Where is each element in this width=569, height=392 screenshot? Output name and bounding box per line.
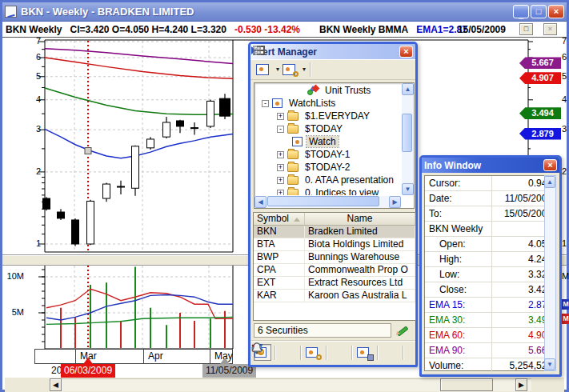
toolbar-separator	[377, 346, 379, 360]
price-flag-badge: 4.907	[519, 72, 561, 84]
tree-item-label: WatchLists	[287, 98, 338, 109]
tree-expander-icon[interactable]: +	[277, 190, 284, 196]
info-label: Close:	[425, 282, 492, 297]
photo-search-icon[interactable]	[305, 344, 323, 361]
hscroll-thumb[interactable]	[440, 378, 493, 391]
price-tick-label-right: 1	[562, 238, 569, 248]
clock-search-icon[interactable]	[279, 344, 297, 361]
table-row[interactable]: BKNBradken Limited	[254, 226, 415, 238]
tree-item-label: 0. Indices to view	[303, 187, 381, 195]
alert-manager-bottom-toolbar	[250, 341, 415, 363]
info-window-close-button[interactable]: ×	[543, 159, 557, 171]
toolbar-separator	[274, 346, 276, 360]
table-row[interactable]: KARKaroon Gas Australia L	[254, 290, 415, 302]
tree-item-watch[interactable]: Watch	[255, 135, 401, 148]
tree-vscrollbar[interactable]: ▲ ▼	[402, 83, 414, 195]
volume-tick-label: 5M	[6, 307, 24, 317]
tree-item--today-1[interactable]: +$TODAY-1	[255, 148, 401, 161]
table-row[interactable]: EXTExtract Resources Ltd	[254, 277, 415, 290]
info-row: Date:11/05/2009	[425, 191, 555, 206]
chart-hscrollbar[interactable]: ◀ ▶	[5, 378, 564, 392]
tree-expander-icon[interactable]: +	[277, 177, 284, 184]
alert-manager-titlebar[interactable]: Alert Manager ×	[250, 44, 415, 59]
table-row[interactable]: BTABiota Holdings Limited	[254, 238, 415, 251]
edit-list-button[interactable]	[395, 322, 415, 338]
tree-scroll-down-arrow[interactable]: ▼	[402, 183, 414, 195]
tree-item-0-indices-to-view[interactable]: +0. Indices to view	[255, 186, 401, 195]
price-flag-badge: 3.494	[519, 107, 561, 119]
info-vscrollbar[interactable]: ▲ ▼	[544, 175, 556, 371]
folder-icon	[287, 150, 299, 159]
photo-list-icon[interactable]	[255, 61, 273, 78]
dropdown-arrow-icon[interactable]: ▾	[303, 66, 306, 73]
toolbar-separator	[403, 346, 404, 360]
filmstrip-icon[interactable]	[355, 61, 373, 78]
tree-vscroll-thumb[interactable]	[402, 114, 412, 152]
name-cell: Bunnings Warehouse	[305, 251, 415, 263]
tree-item-0-ataa-presentation[interactable]: +0. ATAA presentation	[255, 174, 401, 186]
securities-count-status: 6 Securities	[254, 323, 391, 338]
tree-item-unit-trusts[interactable]: Unit Trusts	[255, 84, 401, 97]
tree-item--today-2[interactable]: +$TODAY-2	[255, 161, 401, 174]
tree-expander-icon[interactable]: -	[262, 100, 269, 107]
name-column-header[interactable]: Name	[305, 213, 415, 225]
info-row: Volume:5,254,525	[425, 358, 555, 374]
price-tick-label-right: 2	[562, 166, 569, 176]
info-label: Open:	[425, 237, 492, 251]
folder-icon	[287, 163, 299, 172]
tree-expander-icon[interactable]: +	[277, 164, 284, 171]
tree-expander-icon[interactable]: -	[277, 126, 284, 133]
photo-search-icon[interactable]	[282, 61, 299, 78]
tree-scroll-left-arrow[interactable]: ◀	[254, 196, 266, 208]
tree-item--1-everyday[interactable]: +$1.EVERYDAY	[255, 110, 401, 122]
tree-rows: Unit Trusts-WatchLists+$1.EVERYDAY-$TODA…	[255, 84, 401, 195]
cursor-date-marker[interactable]	[83, 358, 93, 364]
hscroll-left-arrow[interactable]: ◀	[50, 378, 62, 391]
photo-save-icon[interactable]	[356, 344, 374, 361]
price-tick-label: 5	[23, 71, 41, 81]
info-row: EMA 90:5.667	[425, 343, 555, 358]
tree-item-label: $1.EVERYDAY	[303, 110, 372, 122]
tree-scroll-right-arrow[interactable]: ▶	[389, 196, 401, 208]
info-row: EMA 60:4.907	[425, 328, 555, 343]
play-filmstrip-icon[interactable]	[315, 61, 333, 78]
info-window-titlebar[interactable]: Info Window ×	[422, 158, 559, 173]
symbol-column-header[interactable]: Symbol	[254, 213, 305, 225]
photo-list-icon[interactable]	[254, 344, 271, 361]
info-window: Info Window × Cursor:0.948Date:11/05/200…	[419, 155, 562, 377]
dropdown-arrow-icon[interactable]: ▾	[276, 66, 279, 73]
end-date-marker[interactable]	[220, 358, 230, 364]
pencil-icon	[395, 322, 411, 337]
name-cell: Extract Resources Ltd	[305, 277, 415, 289]
tree-item-label: $TODAY-2	[303, 162, 352, 173]
bell-icon[interactable]	[382, 344, 399, 361]
price-tick-label: 3	[23, 124, 41, 134]
tree-scroll-up-arrow[interactable]: ▲	[402, 83, 414, 95]
price-tick-label-right: 7	[562, 36, 569, 46]
tree-hscroll-thumb[interactable]	[267, 196, 379, 206]
filmstrip-icon[interactable]	[335, 61, 353, 78]
price-tick-label: 6	[23, 52, 41, 62]
cursor-date-box[interactable]: 06/03/2009	[61, 364, 115, 378]
symbol-cell: BTA	[254, 238, 305, 250]
checklist-icon[interactable]	[331, 344, 348, 361]
tree-item-watchlists[interactable]: -WatchLists	[255, 97, 401, 110]
info-label: To:	[425, 206, 492, 221]
price-tick-label-right: 3	[562, 124, 569, 134]
tree-expander-icon[interactable]: +	[277, 113, 284, 120]
volume-tick-label: 10M	[6, 271, 24, 281]
table-row[interactable]: CPACommonwealth Prop O	[254, 264, 415, 277]
hscroll-right-arrow[interactable]: ▶	[515, 378, 527, 391]
price-flag-badge: 5.667	[519, 57, 561, 69]
toolbar-separator	[310, 62, 311, 77]
info-row: EMA 15:2.879	[425, 298, 555, 313]
month-band: MarAprMay	[34, 349, 233, 364]
tree-item--today[interactable]: -$TODAY	[255, 122, 401, 135]
table-row[interactable]: BWPBunnings Warehouse	[254, 251, 415, 264]
info-scroll-down-arrow[interactable]: ▼	[544, 358, 555, 370]
tree-expander-icon[interactable]: +	[277, 151, 284, 158]
alert-manager-close-button[interactable]: ×	[399, 46, 413, 58]
unit-trusts-icon	[307, 86, 319, 95]
tree-hscrollbar[interactable]: ◀ ▶	[254, 196, 401, 208]
info-scroll-up-arrow[interactable]: ▲	[544, 176, 555, 188]
